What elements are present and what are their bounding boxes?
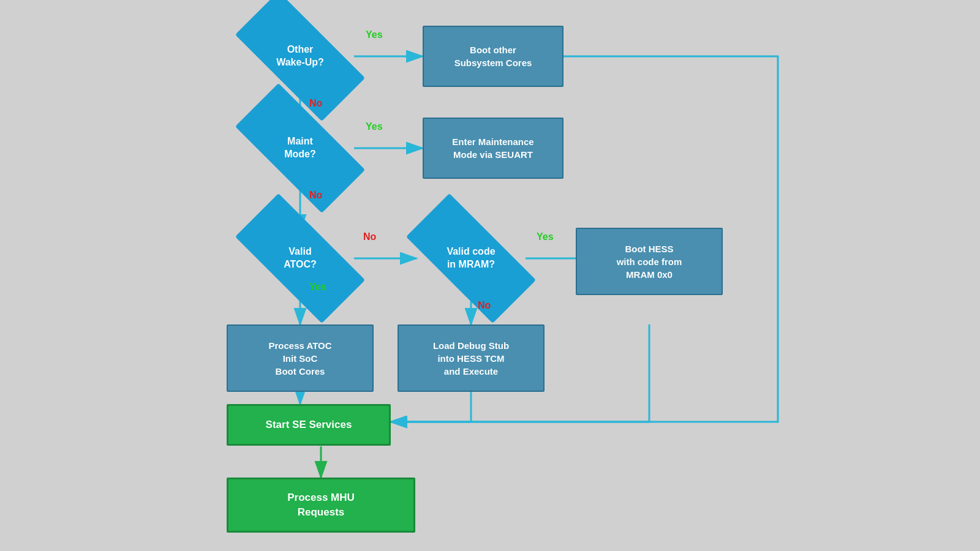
rect-load-debug-label: Load Debug Stubinto HESS TCMand Execute xyxy=(433,339,509,378)
label-no-wakeup: No xyxy=(309,98,322,109)
rect-boot-hess-label: Boot HESSwith code fromMRAM 0x0 xyxy=(617,242,682,281)
label-no-maint: No xyxy=(309,190,322,201)
rect-enter-maint: Enter MaintenanceMode via SEUART xyxy=(423,118,564,179)
diamond-valid-mram-label: Valid codein MRAM? xyxy=(447,246,495,271)
label-yes-atoc: Yes xyxy=(309,282,326,293)
label-no-mram: No xyxy=(478,300,491,311)
label-yes-wakeup: Yes xyxy=(366,29,383,40)
rect-boot-hess: Boot HESSwith code fromMRAM 0x0 xyxy=(576,228,723,295)
rect-process-atoc-label: Process ATOCInit SoCBoot Cores xyxy=(268,339,331,378)
rect-enter-maint-label: Enter MaintenanceMode via SEUART xyxy=(452,135,533,161)
rect-process-atoc: Process ATOCInit SoCBoot Cores xyxy=(227,324,374,392)
rect-process-mhu-label: Process MHURequests xyxy=(287,490,355,520)
label-no-atoc: No xyxy=(363,231,376,242)
rect-process-mhu: Process MHURequests xyxy=(227,478,415,533)
diamond-other-wakeup: OtherWake-Up? xyxy=(239,26,361,87)
label-yes-mram: Yes xyxy=(537,231,554,242)
diamond-other-wakeup-label: OtherWake-Up? xyxy=(276,43,324,69)
rect-load-debug: Load Debug Stubinto HESS TCMand Execute xyxy=(398,324,545,392)
flowchart: OtherWake-Up? Yes No Boot otherSubsystem… xyxy=(0,0,980,551)
label-yes-maint: Yes xyxy=(366,121,383,132)
rect-start-se: Start SE Services xyxy=(227,404,391,446)
rect-start-se-label: Start SE Services xyxy=(266,418,352,432)
diamond-maint-mode: MaintMode? xyxy=(239,118,361,179)
diamond-valid-atoc-label: ValidATOC? xyxy=(284,246,317,271)
diamond-valid-mram: Valid codein MRAM? xyxy=(410,228,532,289)
rect-boot-other-label: Boot otherSubsystem Cores xyxy=(454,43,532,69)
diamond-valid-atoc: ValidATOC? xyxy=(239,228,361,289)
diamond-maint-mode-label: MaintMode? xyxy=(284,135,316,161)
rect-boot-other: Boot otherSubsystem Cores xyxy=(423,26,564,87)
